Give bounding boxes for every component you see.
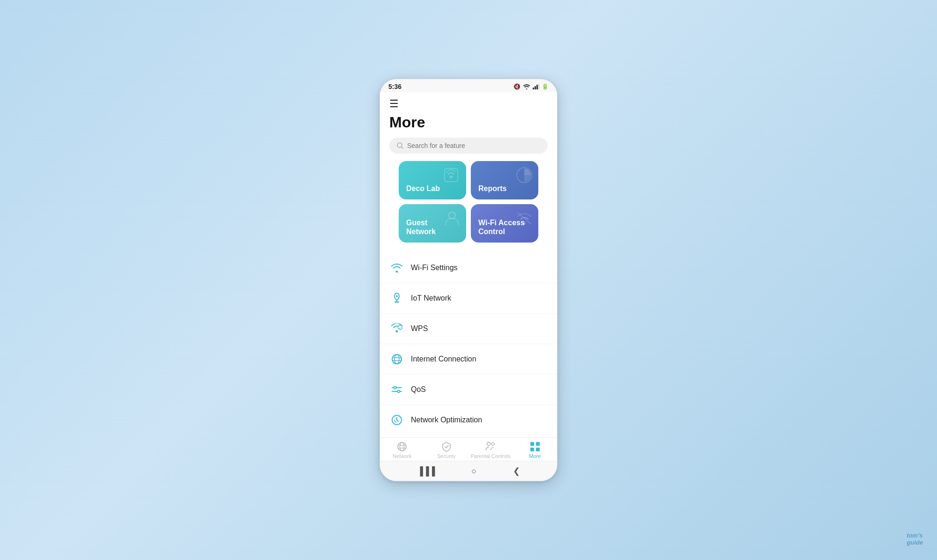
card-reports-label: Reports <box>478 184 532 193</box>
list-item-iot-network[interactable]: IoT Network <box>380 283 557 314</box>
svg-rect-6 <box>445 169 458 182</box>
nav-parental-controls-label: Parental Controls <box>471 453 511 459</box>
deco-lab-bg-icon <box>442 165 462 185</box>
status-icons: 🔇 🔋 <box>513 83 549 90</box>
card-deco-lab[interactable]: Deco Lab <box>399 161 466 199</box>
qos-icon <box>390 383 403 396</box>
list-section: Wi-Fi Settings IoT Network <box>380 251 557 437</box>
network-optimization-label: Network Optimization <box>411 416 482 424</box>
wps-label: WPS <box>411 324 428 333</box>
internet-connection-label: Internet Connection <box>411 355 476 363</box>
watermark: tom's guide <box>907 532 923 546</box>
card-guest-network-label: GuestNetwork <box>406 218 460 236</box>
svg-rect-33 <box>530 442 534 446</box>
nav-item-parental-controls[interactable]: Parental Controls <box>468 442 513 459</box>
feature-cards-grid: Deco Lab Reports <box>389 161 548 247</box>
card-reports[interactable]: Reports <box>471 161 538 199</box>
app-content: ☰ More <box>380 92 557 481</box>
bottom-nav: Network Security <box>380 437 557 461</box>
wifi-icon <box>523 84 530 89</box>
svg-point-32 <box>491 442 494 445</box>
list-item-qos[interactable]: QoS <box>380 375 557 405</box>
svg-point-18 <box>392 354 402 364</box>
svg-rect-34 <box>536 442 540 446</box>
nav-more-label: More <box>529 453 541 459</box>
svg-point-7 <box>450 176 453 178</box>
svg-point-23 <box>394 387 396 389</box>
search-input[interactable] <box>407 142 540 149</box>
mute-icon: 🔇 <box>513 83 521 90</box>
svg-rect-1 <box>535 86 536 89</box>
nav-parental-controls-icon <box>485 442 496 452</box>
signal-icon <box>533 84 539 89</box>
svg-point-27 <box>398 442 406 451</box>
hamburger-menu[interactable]: ☰ <box>389 98 399 110</box>
nav-more-icon <box>530 442 540 452</box>
svg-point-28 <box>400 442 404 451</box>
status-bar: 5:36 🔇 🔋 <box>380 79 557 92</box>
svg-point-15 <box>396 295 398 297</box>
card-guest-network[interactable]: GuestNetwork <box>399 204 466 243</box>
list-item-network-optimization[interactable]: Network Optimization <box>380 405 557 435</box>
android-home-btn[interactable]: ○ <box>471 466 476 476</box>
qos-label: QoS <box>411 385 426 394</box>
svg-rect-0 <box>533 88 534 89</box>
header: ☰ More <box>380 92 557 251</box>
iot-network-label: IoT Network <box>411 294 451 302</box>
nav-item-security[interactable]: Security <box>424 442 469 459</box>
card-wifi-access-label: Wi-Fi AccessControl <box>478 218 532 236</box>
wifi-settings-icon <box>390 261 403 274</box>
android-recent-btn[interactable]: ▐▐▐ <box>417 466 435 476</box>
svg-rect-2 <box>536 85 538 89</box>
battery-icon: 🔋 <box>542 83 549 90</box>
nav-network-label: Network <box>393 453 411 459</box>
card-wifi-access-control[interactable]: Wi-Fi AccessControl <box>471 204 538 243</box>
android-back-btn[interactable]: ❮ <box>513 466 520 476</box>
svg-rect-3 <box>538 84 539 89</box>
svg-line-5 <box>402 147 403 148</box>
nav-security-icon <box>442 442 451 452</box>
list-item-internet-connection[interactable]: Internet Connection <box>380 344 557 375</box>
internet-connection-icon <box>390 353 403 366</box>
nav-item-more[interactable]: More <box>513 442 558 459</box>
search-icon <box>397 142 403 149</box>
list-item-wifi-settings[interactable]: Wi-Fi Settings <box>380 253 557 283</box>
page-title: More <box>389 114 548 131</box>
list-item-wps[interactable]: ✓ WPS <box>380 314 557 344</box>
nav-item-network[interactable]: Network <box>380 442 424 459</box>
nav-network-icon <box>397 442 407 452</box>
nav-security-label: Security <box>437 453 456 459</box>
svg-point-25 <box>398 391 400 393</box>
svg-point-19 <box>394 354 399 364</box>
reports-bg-icon <box>514 165 535 185</box>
wps-icon: ✓ <box>390 322 403 335</box>
svg-rect-35 <box>530 448 534 451</box>
search-bar[interactable] <box>389 138 548 154</box>
network-optimization-icon <box>390 413 403 427</box>
iot-network-icon <box>390 292 403 305</box>
android-nav: ▐▐▐ ○ ❮ <box>380 461 557 481</box>
svg-rect-36 <box>536 448 540 451</box>
svg-point-31 <box>487 442 491 446</box>
card-deco-lab-label: Deco Lab <box>406 184 460 193</box>
phone-frame: 5:36 🔇 🔋 ☰ More <box>379 79 558 481</box>
wifi-settings-label: Wi-Fi Settings <box>411 264 458 272</box>
status-time: 5:36 <box>388 83 402 90</box>
svg-text:✓: ✓ <box>399 327 401 330</box>
